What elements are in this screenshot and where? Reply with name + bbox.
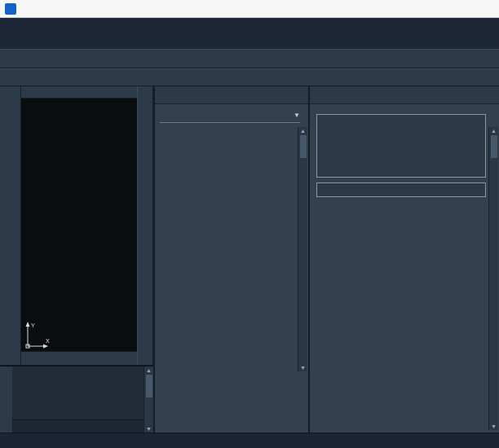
command-input[interactable] (12, 419, 144, 433)
calculator-scrollbar[interactable]: ▲ ▼ (488, 127, 498, 430)
calculator-input[interactable] (316, 182, 486, 197)
title-bar (0, 0, 499, 18)
draw-toolbar (0, 86, 21, 365)
properties-scrollbar[interactable]: ▲ ▼ (298, 127, 307, 371)
menu-bar (0, 18, 499, 49)
scroll-down-icon[interactable]: ▼ (491, 424, 497, 429)
svg-text:Y: Y (31, 323, 35, 328)
calculator-panel: ▲ ▼ (308, 86, 499, 433)
command-window: ▲ ▼ (0, 365, 153, 433)
command-scrollbar[interactable]: ▲ ▼ (144, 367, 153, 433)
layout-tab-bar (21, 351, 137, 365)
scroll-up-icon[interactable]: ▲ (491, 128, 497, 134)
app-logo-icon (5, 3, 16, 15)
zwcad-window: Y X ▲ ▼ (0, 0, 499, 448)
drawing-canvas[interactable]: Y X (21, 99, 137, 351)
properties-header: ▼ (155, 104, 308, 126)
layer-toolbar (0, 68, 499, 86)
drawing-column: Y X (21, 86, 137, 365)
status-bar (0, 433, 499, 448)
main-area: Y X ▲ ▼ (0, 86, 499, 433)
scroll-thumb[interactable] (146, 375, 152, 397)
standard-toolbar (0, 49, 499, 68)
view-mini-toolbar (21, 86, 137, 99)
scroll-down-icon[interactable]: ▼ (146, 426, 152, 432)
command-close-icon[interactable] (0, 367, 12, 433)
scroll-thumb[interactable] (300, 135, 307, 158)
scroll-thumb[interactable] (491, 135, 497, 158)
left-group: Y X ▲ ▼ (0, 86, 153, 433)
menu-row-2 (0, 33, 499, 49)
menu-row-1 (0, 18, 499, 33)
properties-body (155, 126, 308, 433)
properties-panel: ▼ ▲ ▼ (153, 86, 308, 433)
calculator-history-display (316, 114, 486, 178)
calculator-body (310, 104, 499, 433)
selection-dropdown[interactable]: ▼ (160, 108, 300, 123)
modify-toolbar (137, 86, 153, 365)
ucs-icon: Y X (24, 320, 51, 349)
svg-text:X: X (46, 338, 50, 344)
scroll-down-icon[interactable]: ▼ (300, 365, 306, 371)
scroll-up-icon[interactable]: ▲ (300, 128, 306, 134)
scroll-up-icon[interactable]: ▲ (146, 367, 152, 373)
